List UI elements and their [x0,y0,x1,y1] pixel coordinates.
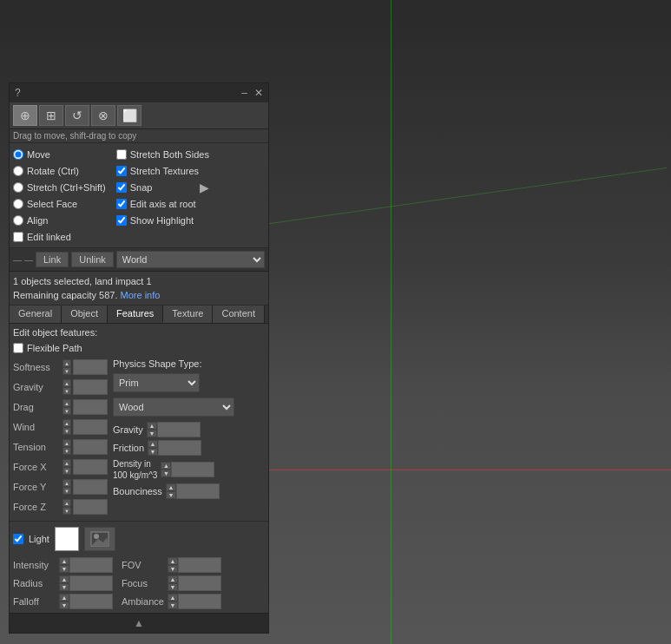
move-option[interactable]: Move [13,147,106,161]
tension-slider[interactable]: ▲ ▼ [62,439,108,455]
fov-spin[interactable]: ▲ ▼ 0.500 [168,557,221,573]
force-y-up[interactable]: ▲ [62,479,71,487]
density-input[interactable]: 1000.0 [171,462,214,477]
physics-shape-select[interactable]: Prim Convex Hull None [113,373,200,392]
rotate-radio[interactable] [13,166,23,176]
unlink-button[interactable]: Unlink [71,252,114,267]
falloff-spin[interactable]: ▲ ▼ 0.000 [59,594,113,609]
drag-down[interactable]: ▼ [62,407,71,415]
gravity-slider[interactable]: ▲ ▼ [62,379,108,395]
intensity-spin[interactable]: ▲ ▼ 1.000 [59,557,113,573]
force-x-slider[interactable]: ▲ ▼ [62,459,108,475]
stretch-both-checkbox[interactable] [116,149,127,160]
show-highlight-option[interactable]: Show Highlight [116,213,209,227]
light-texture-btn[interactable] [84,527,115,551]
softness-down[interactable]: ▼ [62,367,71,375]
edit-linked-checkbox[interactable] [13,232,23,242]
link-button[interactable]: Link [36,252,69,267]
wind-up[interactable]: ▲ [62,419,71,427]
bounciness-spin-up[interactable]: ▲ [166,483,176,491]
tension-down[interactable]: ▼ [62,447,71,455]
ambiance-spin[interactable]: ▲ ▼ 0.000 [168,594,221,609]
tab-object[interactable]: Object [62,306,108,323]
fov-input[interactable]: 0.500 [178,557,221,573]
tab-general[interactable]: General [10,306,62,323]
flexible-path-checkbox[interactable] [13,343,23,353]
snap-checkbox[interactable] [116,182,127,193]
bounciness-input[interactable]: 0.500 [176,483,220,499]
force-z-bar[interactable] [73,499,108,515]
bounciness-spin-down[interactable]: ▼ [166,491,176,499]
tab-texture[interactable]: Texture [163,306,213,323]
tab-content[interactable]: Content [213,306,265,323]
edit-axis-checkbox[interactable] [116,199,127,209]
gravity-input[interactable]: 1.000 [157,422,201,437]
edit-axis-option[interactable]: Edit axis at root [116,196,209,211]
world-select[interactable]: World Local Reference [116,251,265,268]
gravity-down[interactable]: ▼ [62,387,71,395]
move-tool-btn[interactable]: ⊕ [13,105,37,126]
rotate-option[interactable]: Rotate (Ctrl) [13,163,106,178]
select-tool-btn[interactable]: ⊞ [39,105,63,126]
softness-slider[interactable]: ▲ ▼ [62,359,108,375]
minimize-icon[interactable]: – [240,87,249,99]
material-select[interactable]: Wood Stone Metal Rubber [113,398,234,417]
density-spin[interactable]: ▲ ▼ 1000.0 [161,462,214,477]
tension-up[interactable]: ▲ [62,439,71,447]
force-y-slider[interactable]: ▲ ▼ [62,479,108,495]
stretch-textures-checkbox[interactable] [116,166,127,176]
force-x-down[interactable]: ▼ [62,467,71,475]
friction-spin-down[interactable]: ▼ [148,448,158,456]
copy-tool-btn[interactable]: ⬜ [117,105,141,126]
ambiance-down[interactable]: ▼ [168,601,178,609]
stretch-textures-option[interactable]: Stretch Textures [116,163,209,178]
intensity-up[interactable]: ▲ [59,557,69,565]
select-face-option[interactable]: Select Face [13,196,106,211]
align-option[interactable]: Align [13,213,106,227]
focus-down[interactable]: ▼ [168,583,178,591]
collapse-button[interactable]: ▲ [134,617,144,629]
focus-input[interactable]: 20.000 [178,575,221,591]
force-z-slider[interactable]: ▲ ▼ [62,499,108,515]
scale-tool-btn[interactable]: ⊗ [91,105,115,126]
stretch-radio[interactable] [13,182,23,193]
close-icon[interactable]: ✕ [253,87,265,99]
radius-input[interactable]: 20.000 [69,575,113,591]
fov-down[interactable]: ▼ [168,565,178,573]
softness-bar[interactable] [73,359,108,375]
drag-up[interactable]: ▲ [62,399,71,407]
focus-up[interactable]: ▲ [168,575,178,583]
falloff-down[interactable]: ▼ [59,601,69,609]
intensity-input[interactable]: 1.000 [69,557,113,573]
select-face-radio[interactable] [13,199,23,209]
drag-bar[interactable] [73,399,108,415]
stretch-both-option[interactable]: Stretch Both Sides [116,147,209,161]
force-y-bar[interactable] [73,479,108,495]
density-spin-down[interactable]: ▼ [161,470,171,477]
gravity-bar[interactable] [73,379,108,395]
force-z-down[interactable]: ▼ [62,507,71,515]
falloff-up[interactable]: ▲ [59,594,69,601]
wind-bar[interactable] [73,419,108,435]
softness-up[interactable]: ▲ [62,359,71,367]
gravity-spin[interactable]: ▲ ▼ 1.000 [147,422,201,437]
intensity-down[interactable]: ▼ [59,565,69,573]
friction-spin-up[interactable]: ▲ [148,440,158,448]
stretch-option[interactable]: Stretch (Ctrl+Shift) [13,180,106,194]
falloff-input[interactable]: 0.000 [69,594,113,609]
ambiance-up[interactable]: ▲ [168,594,178,601]
align-radio[interactable] [13,215,23,226]
focus-spin[interactable]: ▲ ▼ 20.000 [168,575,221,591]
drag-slider[interactable]: ▲ ▼ [62,399,108,415]
force-z-up[interactable]: ▲ [62,499,71,507]
friction-input[interactable]: 0.600 [158,440,201,456]
edit-linked-option[interactable]: Edit linked [13,229,106,244]
tension-bar[interactable] [73,439,108,455]
density-spin-up[interactable]: ▲ [161,462,171,470]
rotate-tool-btn[interactable]: ↺ [65,105,89,126]
radius-up[interactable]: ▲ [59,575,69,583]
force-x-up[interactable]: ▲ [62,459,71,467]
light-color-swatch[interactable] [55,527,79,551]
more-info-link[interactable]: More info [121,290,161,300]
tab-features[interactable]: Features [108,306,163,323]
